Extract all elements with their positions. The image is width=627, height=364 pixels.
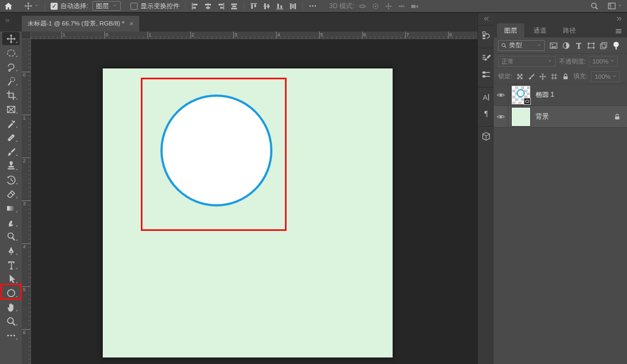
align-left-edges-button[interactable]	[191, 2, 199, 10]
character-panel[interactable]: A	[481, 92, 491, 102]
lock-artboard-button[interactable]	[550, 73, 558, 80]
fill-select[interactable]: 100%	[591, 71, 620, 82]
blend-mode-select[interactable]: 正常	[498, 56, 556, 67]
toolbar-expand-icon[interactable]	[4, 17, 10, 23]
panel-tab-layers[interactable]: 图层	[497, 23, 524, 37]
ruler-label: 2	[191, 32, 194, 37]
3d-camera-button[interactable]	[411, 2, 419, 10]
hand-tool[interactable]	[0, 300, 22, 314]
layer-thumbnail[interactable]	[512, 86, 530, 104]
edit-toolbar-button[interactable]	[0, 328, 22, 342]
layer-row-background[interactable]: 背景	[494, 106, 627, 128]
path-selection-tool[interactable]	[0, 272, 22, 286]
move-tool-option-button[interactable]	[24, 2, 33, 10]
ruler-corner[interactable]	[22, 32, 31, 39]
move-tool[interactable]	[0, 32, 22, 46]
crop-tool[interactable]	[0, 88, 22, 102]
3d-orbit-button[interactable]	[358, 2, 367, 10]
frame-tool[interactable]	[0, 102, 22, 116]
layer-visibility-toggle[interactable]	[494, 106, 508, 127]
document-canvas[interactable]	[103, 68, 393, 357]
healing-brush-tool[interactable]	[0, 130, 22, 145]
3d-panel[interactable]	[481, 131, 491, 141]
divider	[478, 48, 494, 48]
opacity-select[interactable]: 100%	[589, 56, 618, 67]
history-panel[interactable]	[481, 30, 491, 40]
clone-stamp-tool[interactable]	[0, 159, 22, 173]
align-right-edges-button[interactable]	[217, 2, 225, 10]
filter-pin-button[interactable]	[612, 41, 620, 50]
ruler-label: 8	[449, 32, 452, 37]
chevron-down-icon[interactable]	[34, 2, 39, 10]
filter-shape-button[interactable]	[587, 41, 595, 50]
3d-slide-icon	[398, 2, 406, 10]
lock-all-button[interactable]	[562, 73, 569, 80]
ruler-label: 5	[23, 287, 26, 292]
ellipse-tool[interactable]	[0, 286, 22, 300]
distribute-vertical-button[interactable]	[289, 2, 297, 10]
divider	[302, 2, 303, 10]
document-tab-bar: 未标题-1 @ 66.7% (背景, RGB/8) * ×	[0, 13, 477, 32]
history-brush-tool[interactable]	[0, 173, 22, 187]
align-vertical-centers-button[interactable]	[263, 2, 271, 10]
horizontal-ruler[interactable]: 1012345678	[31, 32, 477, 39]
collapse-dock-icon[interactable]	[483, 15, 490, 22]
zoom-icon	[6, 316, 16, 327]
auto-select-checkbox[interactable]	[51, 3, 58, 10]
healing-brush-icon	[6, 133, 16, 143]
align-bottom-edges-button[interactable]	[276, 2, 284, 10]
3d-roll-button[interactable]	[371, 2, 380, 10]
show-transform-checkbox[interactable]	[131, 3, 138, 10]
3d-pan-button[interactable]	[384, 2, 393, 10]
workspace-switcher-button[interactable]	[607, 2, 616, 10]
smudge-tool[interactable]	[0, 215, 22, 229]
type-tool[interactable]	[0, 258, 22, 272]
eraser-icon	[6, 189, 16, 199]
eraser-tool[interactable]	[0, 187, 22, 201]
panel-tab-paths[interactable]: 路径	[556, 23, 583, 37]
opacity-value: 100%	[592, 58, 608, 65]
lock-paint-button[interactable]	[527, 73, 535, 80]
auto-select-target-dropdown[interactable]: 图层	[92, 1, 121, 11]
lasso-tool[interactable]	[0, 60, 22, 74]
layer-name: 背景	[536, 112, 549, 121]
quick-selection-tool[interactable]	[0, 74, 22, 88]
align-top-edges-button[interactable]	[250, 2, 258, 10]
panel-tab-channels[interactable]: 通道	[526, 23, 554, 37]
lock-transparent-button[interactable]	[516, 73, 524, 80]
vertical-ruler[interactable]: 0123456	[22, 39, 31, 364]
filter-image-button[interactable]	[549, 41, 558, 50]
pen-tool[interactable]	[0, 243, 22, 258]
dodge-tool[interactable]	[0, 229, 22, 243]
brush-tool[interactable]	[0, 145, 22, 159]
zoom-tool[interactable]	[0, 314, 22, 328]
marquee-tool[interactable]	[0, 46, 22, 60]
filter-smart-button[interactable]	[599, 41, 608, 50]
layer-lock-icon[interactable]	[613, 113, 621, 121]
brush-settings-panel[interactable]	[481, 53, 491, 63]
lock-position-button[interactable]	[539, 73, 547, 80]
brushes-panel[interactable]	[481, 70, 491, 79]
layer-thumbnail[interactable]	[512, 108, 530, 126]
layer-row-ellipse[interactable]: 椭圆 1	[494, 84, 627, 106]
gradient-tool[interactable]	[0, 201, 22, 215]
layer-visibility-toggle[interactable]	[494, 84, 508, 105]
eyedropper-tool[interactable]	[0, 116, 22, 130]
filter-adjustment-button[interactable]	[562, 41, 570, 50]
chevron-down-icon[interactable]	[617, 2, 623, 10]
3d-slide-button[interactable]	[398, 2, 406, 10]
align-horizontal-centers-button[interactable]	[204, 2, 212, 10]
filter-type-button[interactable]	[574, 41, 583, 50]
home-button[interactable]	[4, 2, 13, 11]
close-tab-button[interactable]: ×	[129, 20, 134, 28]
distribute-horizontal-button[interactable]	[230, 2, 238, 10]
filter-type-dropdown[interactable]: 类型	[498, 40, 545, 51]
more-options-button[interactable]	[308, 2, 317, 10]
document-tab[interactable]: 未标题-1 @ 66.7% (背景, RGB/8) * ×	[22, 16, 139, 32]
lock-row: 锁定: 填充: 100%	[494, 69, 627, 84]
collapse-panels-icon[interactable]	[616, 15, 623, 22]
paragraph-panel[interactable]: ¶	[481, 109, 491, 118]
panel-menu-icon[interactable]	[614, 27, 623, 35]
ruler-label: 7	[406, 32, 409, 37]
search-button[interactable]	[590, 2, 599, 10]
